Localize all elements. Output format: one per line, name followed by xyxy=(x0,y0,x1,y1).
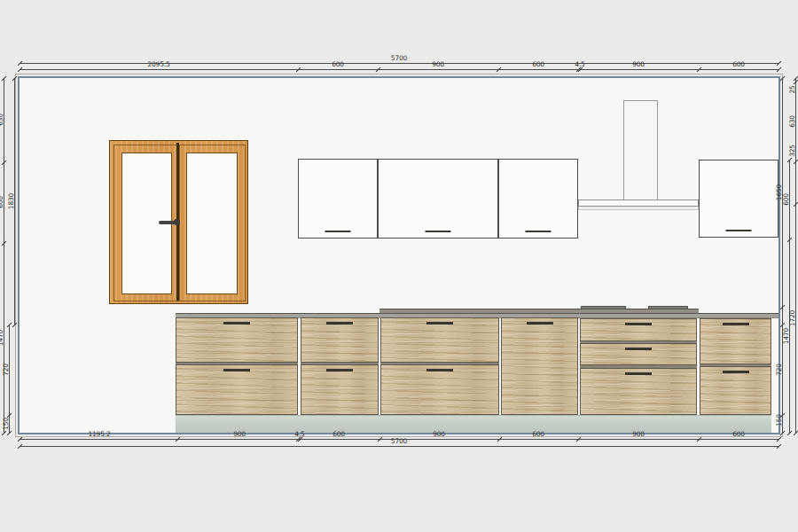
dim-label: 1470 xyxy=(783,328,790,344)
dim-label: 5700 xyxy=(391,55,407,62)
dim-label: 600 xyxy=(0,196,4,208)
wall-cabinet-1[interactable] xyxy=(298,159,378,239)
drawer-handle xyxy=(723,371,749,373)
dim-label: 720 xyxy=(776,364,783,376)
drawer-front[interactable] xyxy=(580,318,697,341)
hood-canopy-lip xyxy=(578,207,699,210)
cabinet-handle xyxy=(325,231,351,233)
wall-cabinet-2[interactable] xyxy=(378,159,498,239)
dim-label: 2095.5 xyxy=(147,61,169,68)
drawer-front[interactable] xyxy=(301,364,379,415)
base-unit-2[interactable] xyxy=(301,317,379,415)
dimension-line xyxy=(782,78,783,433)
dim-label: 900 xyxy=(632,61,645,68)
window-glass-right xyxy=(186,153,238,294)
drawer-handle xyxy=(223,369,250,372)
base-unit-5[interactable] xyxy=(580,317,697,415)
dim-label: 600 xyxy=(732,61,745,68)
dim-label: 4.5 xyxy=(575,61,584,68)
drawer-front[interactable] xyxy=(380,317,499,363)
wall-cabinet-right[interactable] xyxy=(699,160,778,238)
dim-label: 630 xyxy=(0,113,4,126)
dim-label: 1830 xyxy=(8,193,15,209)
drawer-handle xyxy=(223,322,250,325)
window-handle-knob xyxy=(174,219,180,225)
drawer-handle xyxy=(723,323,749,325)
elevation-view: 57002095.56009006004.59006001195.29004.5… xyxy=(0,0,798,532)
dimension-line xyxy=(20,446,778,447)
dim-label: 630 xyxy=(789,115,796,128)
drawer-front[interactable] xyxy=(301,317,379,363)
double-casement-window[interactable] xyxy=(109,140,248,304)
dim-label: 600 xyxy=(532,431,544,438)
dimension-line xyxy=(4,78,4,433)
drawer-handle xyxy=(625,348,652,350)
base-unit-3[interactable] xyxy=(380,317,499,415)
dimension-line xyxy=(20,69,778,70)
hood-chimney xyxy=(623,100,658,200)
dim-label: 600 xyxy=(332,61,344,68)
dim-label: 600 xyxy=(732,431,745,438)
dim-label: 900 xyxy=(433,431,445,438)
drawer-front[interactable] xyxy=(176,364,298,415)
wall-cabinet-3[interactable] xyxy=(498,159,578,239)
plinth[interactable] xyxy=(176,415,771,433)
dim-label: 150 xyxy=(776,414,783,426)
dim-label: 1720 xyxy=(789,310,796,326)
drawer-handle xyxy=(625,323,652,325)
cabinet-handle xyxy=(526,231,552,233)
drawer-front[interactable] xyxy=(580,368,697,415)
drawer-front[interactable] xyxy=(700,318,771,364)
drawer-handle xyxy=(426,322,453,325)
base-unit-4[interactable] xyxy=(501,317,578,415)
dim-label: 600 xyxy=(332,431,345,438)
dim-label: 325 xyxy=(789,145,796,157)
drawer-handle xyxy=(326,369,353,372)
dim-label: 600 xyxy=(783,193,790,206)
drawer-front[interactable] xyxy=(380,364,499,415)
drawer-front[interactable] xyxy=(176,317,298,363)
hob-profile-left xyxy=(581,306,626,309)
door-front[interactable] xyxy=(501,317,578,415)
cabinet-handle xyxy=(726,230,752,232)
dim-label: 900 xyxy=(233,431,246,438)
base-unit-6[interactable] xyxy=(700,317,771,415)
drawer-front[interactable] xyxy=(580,343,697,365)
dim-label: 1470 xyxy=(0,330,4,346)
dim-label: 4.5 xyxy=(294,431,304,438)
drawer-handle xyxy=(625,372,652,375)
dimension-line xyxy=(20,63,778,64)
dim-label: 900 xyxy=(632,431,645,438)
dimension-line xyxy=(9,325,10,433)
drawer-front[interactable] xyxy=(700,366,771,415)
hob-profile-right xyxy=(648,306,688,309)
drawer-handle xyxy=(426,369,453,372)
base-unit-1[interactable] xyxy=(176,317,298,415)
drawer-handle xyxy=(326,322,353,325)
dim-label: 720 xyxy=(3,364,10,376)
dimension-line xyxy=(795,78,796,433)
dim-label: 150 xyxy=(3,418,10,430)
dim-label: 600 xyxy=(532,61,544,68)
hood-canopy xyxy=(578,200,699,207)
dim-label: 900 xyxy=(432,61,444,68)
door-handle xyxy=(527,322,553,325)
dim-label: 1195.2 xyxy=(88,431,110,438)
dim-label: 5700 xyxy=(391,438,407,445)
dim-label: 25 xyxy=(789,85,796,93)
cabinet-handle xyxy=(426,231,451,233)
